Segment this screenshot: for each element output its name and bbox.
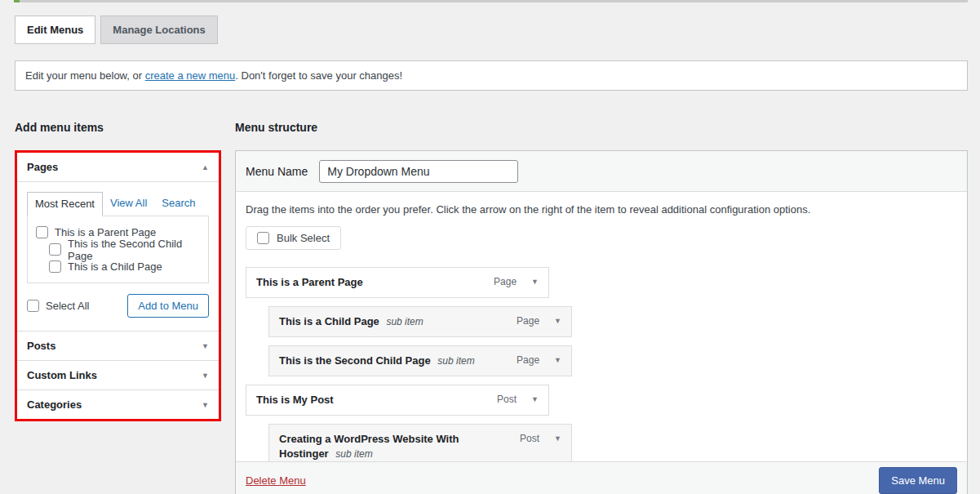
chevron-down-icon[interactable]: ▼ (554, 317, 561, 325)
menu-item-meta: Page ▼ (494, 275, 539, 287)
chevron-down-icon[interactable]: ▼ (554, 434, 561, 443)
menu-item-meta: Page ▼ (517, 314, 561, 327)
accordion-posts-label: Posts (27, 340, 55, 352)
chevron-down-icon[interactable]: ▼ (554, 356, 561, 364)
save-menu-button[interactable]: Save Menu (879, 467, 957, 494)
bulk-select-label: Bulk Select (277, 232, 330, 244)
menu-name-input[interactable] (319, 160, 518, 183)
chevron-down-icon[interactable]: ▼ (531, 395, 539, 403)
chevron-down-icon[interactable]: ▼ (202, 342, 209, 350)
add-menu-items-heading: Add menu items (15, 121, 221, 134)
subtab-search[interactable]: Search (154, 192, 202, 216)
sub-item-label: sub item (437, 355, 474, 367)
menu-item-parent-page[interactable]: This is a Parent Page Page ▼ (246, 267, 549, 298)
menu-item-text: This is a Child Page sub item (279, 314, 517, 329)
nav-tabs: Edit Menus Manage Locations (15, 16, 980, 44)
menu-item-my-post[interactable]: This is My Post Post ▼ (246, 385, 549, 416)
notice-text-suffix: . Don't forget to save your changes! (235, 69, 402, 82)
select-all-checkbox[interactable] (27, 300, 39, 312)
menu-structure-column: Menu structure Menu Name Drag the items … (235, 91, 968, 494)
menu-item-type: Post (520, 433, 539, 444)
chevron-down-icon[interactable]: ▼ (531, 278, 539, 286)
menu-item-type: Page (494, 276, 517, 287)
menu-item-title: This is the Second Child Page (279, 354, 431, 367)
menu-item-title: This is a Parent Page (256, 276, 363, 288)
menu-structure-footer: Delete Menu Save Menu (236, 461, 967, 494)
menu-name-label: Menu Name (246, 165, 308, 178)
menu-item-meta: Page ▼ (517, 354, 561, 366)
chevron-down-icon[interactable]: ▼ (202, 372, 209, 380)
create-new-menu-link[interactable]: create a new menu (145, 69, 236, 82)
menu-structure-heading: Menu structure (235, 121, 968, 134)
add-menu-items-column: Add menu items Pages ▲ Most Recent View … (15, 91, 221, 494)
edit-menu-notice: Edit your menu below, or create a new me… (15, 60, 968, 91)
chevron-down-icon[interactable]: ▼ (202, 401, 209, 409)
page-checkbox[interactable] (49, 243, 61, 256)
pages-panel-body: Most Recent View All Search This is a Pa… (17, 181, 219, 331)
tab-manage-locations[interactable]: Manage Locations (100, 16, 217, 44)
notice-text-prefix: Edit your menu below, or (25, 69, 145, 82)
menu-item-meta: Post ▼ (520, 432, 561, 444)
accordion-posts[interactable]: Posts ▼ (17, 331, 219, 360)
drag-instructions: Drag the items into the order you prefer… (246, 203, 957, 216)
pages-checklist: This is a Parent Page This is the Second… (27, 216, 209, 283)
select-all: Select All (27, 300, 89, 312)
accordion-pages[interactable]: Pages ▲ (17, 153, 219, 181)
add-to-menu-button[interactable]: Add to Menu (127, 294, 209, 318)
page-checkbox[interactable] (36, 226, 48, 238)
progress-bar (14, 0, 968, 2)
delete-menu-link[interactable]: Delete Menu (246, 474, 306, 487)
accordion-categories[interactable]: Categories ▼ (17, 389, 219, 419)
menu-item-title: This is My Post (256, 394, 334, 406)
accordion-custom-links-label: Custom Links (27, 369, 97, 381)
page-checkbox[interactable] (49, 260, 61, 273)
accordion-custom-links[interactable]: Custom Links ▼ (17, 360, 219, 389)
menu-structure-body: Drag the items into the order you prefer… (236, 192, 967, 461)
menu-item-hostinger-post[interactable]: Creating a WordPress Website With Hostin… (268, 424, 572, 461)
subtab-most-recent[interactable]: Most Recent (27, 192, 103, 216)
menu-item-meta: Post ▼ (497, 393, 539, 405)
menu-item-type: Page (517, 315, 539, 327)
menu-items-list: This is a Parent Page Page ▼ This is a C… (246, 267, 957, 461)
select-all-label[interactable]: Select All (46, 300, 89, 312)
sub-item-label: sub item (335, 448, 372, 460)
page-checkbox-row: This is the Second Child Page (49, 241, 200, 258)
bulk-select[interactable]: Bulk Select (246, 226, 341, 250)
sub-item-label: sub item (386, 316, 423, 327)
progress-bar-fill (14, 0, 20, 2)
page-checkbox-label[interactable]: This is a Child Page (68, 260, 162, 273)
pages-subtabs: Most Recent View All Search (27, 192, 209, 216)
menu-item-text: Creating a WordPress Website With Hostin… (279, 432, 520, 461)
add-menu-items-panel: Pages ▲ Most Recent View All Search This… (15, 150, 221, 421)
menu-item-type: Page (517, 354, 539, 366)
content-columns: Add menu items Pages ▲ Most Recent View … (15, 91, 968, 494)
accordion-categories-label: Categories (27, 398, 82, 411)
menu-item-second-child-page[interactable]: This is the Second Child Page sub item P… (268, 345, 572, 376)
menu-item-title: This is a Child Page (279, 315, 379, 327)
chevron-up-icon[interactable]: ▲ (202, 163, 209, 171)
menu-item-text: This is a Parent Page (256, 275, 494, 290)
menu-item-child-page[interactable]: This is a Child Page sub item Page ▼ (268, 306, 572, 337)
accordion-pages-label: Pages (27, 161, 58, 173)
menu-item-text: This is the Second Child Page sub item (279, 354, 517, 368)
tab-edit-menus[interactable]: Edit Menus (15, 16, 95, 44)
bulk-select-checkbox[interactable] (257, 232, 269, 244)
menu-name-row: Menu Name (236, 151, 967, 192)
subtab-view-all[interactable]: View All (103, 192, 154, 216)
menu-item-type: Post (497, 394, 517, 405)
menu-structure-panel: Menu Name Drag the items into the order … (235, 150, 968, 494)
pages-footer: Select All Add to Menu (27, 294, 209, 318)
page-checkbox-label[interactable]: This is the Second Child Page (68, 238, 200, 262)
menu-item-text: This is My Post (256, 393, 497, 407)
